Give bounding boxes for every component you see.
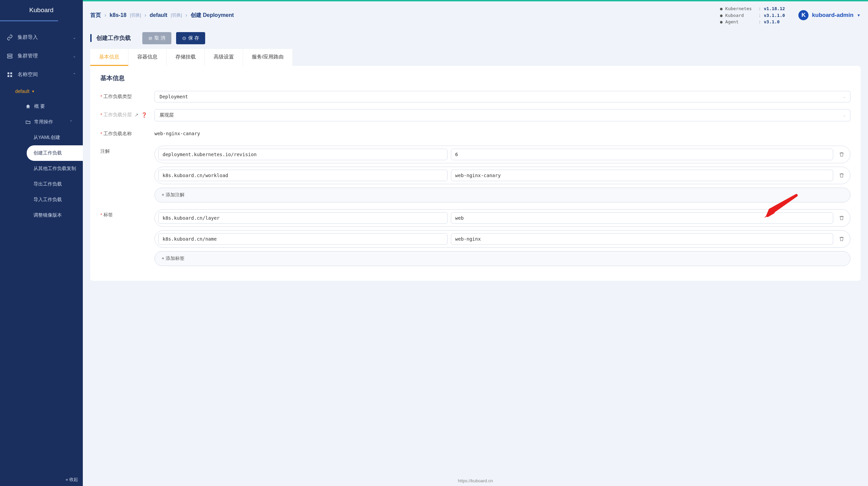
add-annotation-button[interactable]: + 添加注解 <box>154 188 850 202</box>
tab-storage[interactable]: 存储挂载 <box>167 49 205 66</box>
sidebar-item-label: 集群管理 <box>18 53 38 59</box>
external-link-icon[interactable]: ↗ <box>135 112 139 118</box>
breadcrumb-page: 创建 Deployment <box>191 12 234 19</box>
svg-rect-0 <box>7 54 12 56</box>
sidebar-item-export-workload[interactable]: 导出工作负载 <box>33 176 83 192</box>
tag-value-input[interactable] <box>451 212 833 224</box>
label-annotations: 注解 <box>100 148 110 154</box>
sidebar-collapse-button[interactable]: « 收起 <box>66 477 78 483</box>
chevron-up-icon: ⌃ <box>73 72 76 77</box>
sidebar-item-namespace[interactable]: 名称空间 ⌃ <box>0 65 83 84</box>
annotation-value-input[interactable] <box>451 149 833 160</box>
sidebar-item-yaml-create[interactable]: 从YAML创建 <box>33 130 83 145</box>
chevron-right-icon: › <box>185 12 187 18</box>
chevron-down-icon: ⌄ <box>73 54 76 58</box>
annotation-key-input[interactable] <box>158 170 448 181</box>
tab-basic-info[interactable]: 基本信息 <box>90 49 128 66</box>
tab-service-route[interactable]: 服务/应用路由 <box>243 49 293 66</box>
brand-logo[interactable]: Kuboard <box>0 0 83 20</box>
chevron-right-icon: › <box>144 12 146 18</box>
svg-rect-5 <box>10 75 12 77</box>
panel-title: 基本信息 <box>100 74 850 82</box>
annotation-row <box>154 146 850 163</box>
label-workload-layer: 工作负载分层 <box>103 112 132 118</box>
user-menu[interactable]: K kuboard-admin ▼ <box>798 10 861 20</box>
svg-rect-1 <box>7 56 12 58</box>
ns-switch-link[interactable]: [切换] <box>171 12 182 18</box>
help-icon[interactable]: ❓ <box>141 112 147 118</box>
chevron-down-icon: ⌄ <box>843 95 845 98</box>
cancel-button[interactable]: ⊘ 取 消 <box>142 32 171 44</box>
version-list: ●Kubernetes:v1.18.12 ●Kuboard:v3.1.1.0 ●… <box>720 5 785 25</box>
cancel-icon: ⊘ <box>148 35 152 41</box>
label-tags: 标签 <box>103 212 113 218</box>
workload-name-value: web-nginx-canary <box>154 128 850 139</box>
svg-rect-2 <box>7 72 9 74</box>
folder-icon <box>25 119 31 125</box>
label-workload-name: 工作负载名称 <box>103 131 132 137</box>
link-icon <box>7 34 13 41</box>
layers-icon <box>7 53 13 59</box>
svg-rect-4 <box>7 75 9 77</box>
caret-down-icon: ▼ <box>857 13 861 17</box>
user-name: kuboard-admin <box>812 12 853 19</box>
breadcrumb-cluster[interactable]: k8s-18 <box>110 12 126 18</box>
save-button[interactable]: ⊙ 保 存 <box>176 32 205 44</box>
add-tag-button[interactable]: + 添加标签 <box>154 251 850 266</box>
sidebar-item-copy-workload[interactable]: 从其他工作负载复制 <box>33 161 83 176</box>
tag-key-input[interactable] <box>158 233 448 245</box>
tab-container-info[interactable]: 容器信息 <box>128 49 167 66</box>
annotation-row <box>154 167 850 184</box>
main-content: 首页 › k8s-18 [切换] › default [切换] › 创建 Dep… <box>83 0 868 486</box>
chevron-down-icon: ⌄ <box>73 35 76 40</box>
sidebar-item-adjust-image[interactable]: 调整镜像版本 <box>33 208 83 223</box>
breadcrumb-namespace[interactable]: default <box>150 12 167 18</box>
tag-row <box>154 209 850 227</box>
annotation-key-input[interactable] <box>158 149 448 160</box>
namespace-selector[interactable]: default ▼ <box>15 84 83 99</box>
home-icon <box>25 104 31 109</box>
workload-layer-select[interactable]: 展现层 ⌄ <box>154 109 850 121</box>
action-toolbar: 创建工作负载 ⊘ 取 消 ⊙ 保 存 <box>83 29 868 49</box>
sidebar-item-overview[interactable]: 概 要 <box>15 99 83 114</box>
delete-icon[interactable] <box>837 234 847 244</box>
svg-rect-3 <box>10 72 12 74</box>
chevron-up-icon: ⌃ <box>69 120 73 124</box>
check-icon: ⊙ <box>182 35 186 41</box>
tab-bar: 基本信息 容器信息 存储挂载 高级设置 服务/应用路由 <box>90 49 861 66</box>
form-panel: 基本信息 *工作负载类型 Deployment ⌄ *工作负载分层 ↗ ❓ <box>90 66 861 281</box>
sidebar: Kuboard 集群导入 ⌄ 集群管理 ⌄ 名称空间 <box>0 0 83 486</box>
cluster-switch-link[interactable]: [切换] <box>130 12 141 18</box>
tag-row <box>154 230 850 248</box>
sidebar-item-label: 名称空间 <box>18 71 38 78</box>
delete-icon[interactable] <box>837 213 847 223</box>
chevron-down-icon: ⌄ <box>843 113 845 117</box>
workload-type-select[interactable]: Deployment ⌄ <box>154 91 850 102</box>
chevron-right-icon: › <box>104 12 106 18</box>
breadcrumb-home[interactable]: 首页 <box>90 12 101 19</box>
tab-advanced[interactable]: 高级设置 <box>205 49 243 66</box>
label-workload-type: 工作负载类型 <box>103 94 132 100</box>
annotation-value-input[interactable] <box>451 170 833 181</box>
avatar: K <box>798 10 809 20</box>
page-title: 创建工作负载 <box>90 34 131 42</box>
sidebar-item-cluster-manage[interactable]: 集群管理 ⌄ <box>0 47 83 65</box>
footer-url: https://kuboard.cn <box>83 476 868 486</box>
sidebar-item-common-ops[interactable]: 常用操作 ⌃ <box>15 114 83 130</box>
delete-icon[interactable] <box>837 170 847 180</box>
delete-icon[interactable] <box>837 149 847 160</box>
sidebar-item-create-workload[interactable]: 创建工作负载 <box>27 145 83 161</box>
caret-down-icon: ▼ <box>31 90 35 93</box>
tag-value-input[interactable] <box>451 233 833 245</box>
sidebar-item-cluster-import[interactable]: 集群导入 ⌄ <box>0 28 83 47</box>
breadcrumb: 首页 › k8s-18 [切换] › default [切换] › 创建 Dep… <box>90 12 234 19</box>
header: 首页 › k8s-18 [切换] › default [切换] › 创建 Dep… <box>83 1 868 29</box>
grid-icon <box>7 72 13 78</box>
sidebar-item-import-workload[interactable]: 导入工作负载 <box>33 192 83 208</box>
sidebar-item-label: 集群导入 <box>18 34 38 41</box>
tag-key-input[interactable] <box>158 212 448 224</box>
